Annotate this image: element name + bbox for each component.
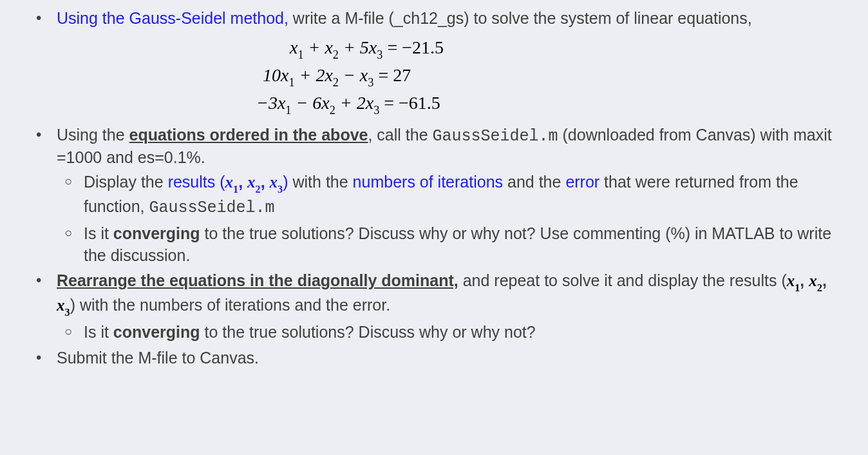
eq3-sub3: 3 — [373, 104, 379, 117]
b3-x1: x — [787, 272, 795, 289]
b3-x3: x — [57, 296, 65, 314]
eq1-sub3: 3 — [377, 48, 382, 61]
s1-x3: x — [270, 173, 278, 191]
b3-post: ) with the numbers of iterations and the… — [70, 296, 390, 314]
s1-error: error — [565, 173, 599, 191]
b3-sep1: , — [800, 271, 809, 289]
submit-text: Submit the M-file to Canvas. — [57, 349, 259, 367]
eq2-sub3: 3 — [368, 76, 373, 89]
s1-a: Display the — [84, 173, 168, 191]
s3-b: converging — [113, 323, 200, 341]
intro-blue-text: Using the Gauss-Seidel method, — [57, 9, 288, 27]
s1-k: and the — [503, 173, 565, 191]
b3-x2s: 2 — [817, 282, 822, 294]
eq3-var1: −3x — [256, 93, 285, 113]
sub-converging-q1: Is it converging to the true solutions? … — [57, 223, 842, 267]
b3-x3s: 3 — [65, 307, 70, 318]
eq2-rhs: = 27 — [373, 65, 411, 85]
bullet-rearrange: Rearrange the equations in the diagonall… — [26, 270, 842, 344]
eq1-var2: + x — [304, 37, 333, 57]
bullet-submit: Submit the M-file to Canvas. — [26, 347, 842, 369]
s3-c: to the true solutions? Discuss why or wh… — [200, 323, 536, 341]
equation-row-3: −3x1 − 6x2 + 2x3 = −61.5 — [256, 90, 842, 118]
eq1-rhs: = −21.5 — [382, 37, 444, 57]
equation-row-2: 10x1 + 2x2 − x3 = 27 — [256, 63, 842, 90]
eq1-sub1: 1 — [297, 48, 303, 61]
s1-i: with the — [288, 173, 353, 191]
sub-list-2: Is it converging to the true solutions? … — [57, 322, 842, 344]
b2-pre: Using the — [57, 126, 129, 144]
equation-system: x1 + x2 + 5x3 = −21.5 10x1 + 2x2 − x3 = … — [57, 35, 842, 118]
b3-x2: x — [809, 272, 817, 289]
s1-x1s: 1 — [233, 184, 238, 195]
b2-mid: , call the — [368, 126, 432, 144]
s2-a: Is it — [84, 224, 113, 242]
b3-x1s: 1 — [795, 282, 800, 294]
eq3-var2: − 6x — [291, 93, 329, 113]
equation-row-1: x1 + x2 + 5x3 = −21.5 — [256, 35, 842, 63]
eq2-var1: 10x — [263, 65, 288, 85]
eq2-var3: − x — [339, 65, 368, 85]
s1-code: GaussSeidel.m — [149, 198, 274, 217]
eq3-rhs: = −61.5 — [379, 93, 440, 113]
s1-b: results ( — [168, 173, 225, 191]
sub-list-1: Display the results (x1, x2, x3) with th… — [57, 171, 842, 266]
s1-iterations: numbers of iterations — [353, 173, 503, 191]
intro-rest-text: write a M-file (_ch12_gs) to solve the s… — [288, 9, 752, 27]
b2-code: GaussSeidel.m — [433, 127, 558, 146]
b2-underlined: equations ordered in the above — [129, 126, 368, 144]
bullet-call-function: Using the equations ordered in the above… — [26, 124, 842, 267]
eq3-var3: + 2x — [335, 93, 373, 113]
bullet-gauss-seidel-intro: Using the Gauss-Seidel method, write a M… — [26, 8, 842, 118]
eq2-sub1: 1 — [288, 76, 294, 89]
s1-x3s: 3 — [278, 184, 283, 195]
s1-results: results (x1, x2, x3) — [168, 173, 288, 191]
s1-x2: x — [247, 173, 256, 191]
bullet-list: Using the Gauss-Seidel method, write a M… — [26, 8, 842, 369]
s1-d: , — [238, 173, 247, 191]
sub-display-results: Display the results (x1, x2, x3) with th… — [57, 171, 842, 219]
b3-mid: and repeat to solve it and display the r… — [458, 271, 787, 289]
problem-slide: Using the Gauss-Seidel method, write a M… — [0, 0, 868, 385]
s1-f: , — [261, 173, 270, 191]
eq3-sub2: 2 — [330, 104, 335, 117]
s3-a: Is it — [84, 323, 113, 341]
s1-h: ) — [283, 173, 288, 191]
eq1-sub2: 2 — [333, 48, 339, 61]
s1-x1: x — [225, 173, 234, 191]
b3-sep2: , — [822, 271, 827, 289]
s2-b: converging — [113, 224, 200, 242]
eq2-sub2: 2 — [333, 76, 339, 89]
sub-converging-q2: Is it converging to the true solutions? … — [57, 322, 842, 344]
eq3-sub1: 1 — [285, 104, 291, 117]
eq2-var2: + 2x — [295, 65, 333, 85]
s1-x2s: 2 — [256, 184, 261, 195]
eq1-var3: + 5x — [339, 37, 377, 57]
b3-underlined: Rearrange the equations in the diagonall… — [57, 271, 458, 289]
eq1-var1: x — [290, 37, 297, 57]
